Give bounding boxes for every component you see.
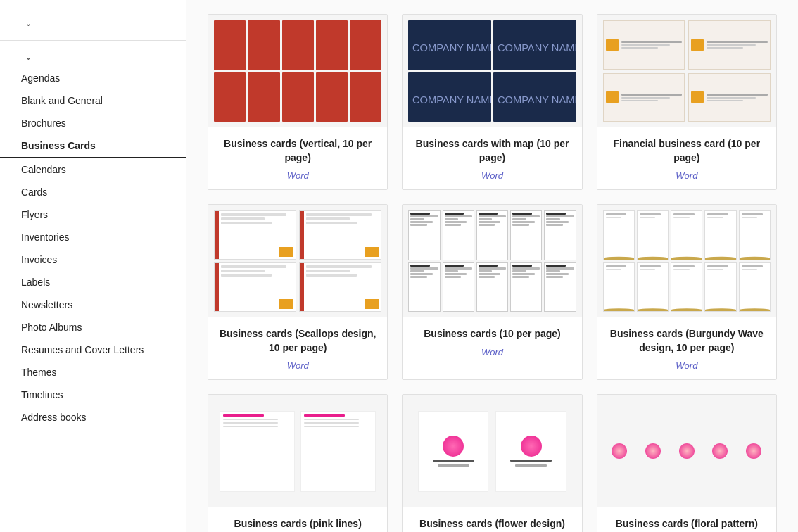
template-info-t6: Business cards (Burgundy Wave design, 10… [597, 317, 776, 379]
template-preview-scallops [208, 205, 387, 317]
template-preview-10page [403, 205, 581, 317]
sidebar-item-timelines[interactable]: Timelines [0, 384, 186, 406]
template-app-t1: Word [215, 170, 380, 181]
template-title-t7: Business cards (pink lines) [215, 517, 380, 531]
sidebar-item-inventories[interactable]: Inventories [0, 226, 186, 248]
sidebar-item-blank-general[interactable]: Blank and General [0, 89, 186, 112]
template-title-t2: Business cards with map (10 per page) [410, 137, 574, 165]
template-card-t1[interactable]: Business cards (vertical, 10 per page)Wo… [208, 14, 388, 190]
template-card-t7[interactable]: Business cards (pink lines)Word [208, 394, 388, 532]
sidebar-item-invoices[interactable]: Invoices [0, 248, 186, 271]
sidebar-item-agendas[interactable]: Agendas [0, 67, 186, 89]
template-preview-burgundy [597, 205, 776, 317]
template-title-t9: Business cards (floral pattern) [604, 517, 769, 531]
sidebar-item-address-books[interactable]: Address books [0, 406, 186, 429]
template-app-t6: Word [604, 360, 769, 371]
template-card-t3[interactable]: Financial business card (10 per page)Wor… [597, 14, 777, 190]
template-card-t5[interactable]: Business cards (10 per page)Word [402, 204, 582, 380]
sidebar-item-photo-albums[interactable]: Photo Albums [0, 316, 186, 338]
template-info-t2: Business cards with map (10 per page)Wor… [403, 127, 581, 189]
template-info-t7: Business cards (pink lines)Word [208, 507, 387, 532]
template-preview-flower [403, 395, 581, 507]
favorites-chevron: ⌄ [25, 20, 32, 27]
template-title-t5: Business cards (10 per page) [410, 327, 574, 341]
template-title-t6: Business cards (Burgundy Wave design, 10… [604, 327, 769, 355]
template-info-t4: Business cards (Scallops design, 10 per … [208, 317, 387, 379]
sidebar-divider-1 [0, 40, 186, 41]
template-preview-dark-blue: COMPANY NAME COMPANY NAME COMPANY NAME C… [403, 15, 581, 127]
template-card-t4[interactable]: Business cards (Scallops design, 10 per … [208, 204, 388, 380]
template-grid: Business cards (vertical, 10 per page)Wo… [208, 14, 777, 532]
template-preview-financial [597, 15, 776, 127]
sidebar: ⌄ ⌄ AgendasBlank and GeneralBrochuresBus… [0, 0, 186, 532]
sidebar-item-flyers[interactable]: Flyers [0, 203, 186, 226]
template-title-t3: Financial business card (10 per page) [604, 137, 769, 165]
template-app-t3: Word [604, 170, 769, 181]
template-app-t5: Word [410, 347, 574, 357]
svg-text:COMPANY NAME: COMPANY NAME [412, 42, 491, 53]
sidebar-item-brochures[interactable]: Brochures [0, 112, 186, 134]
template-card-t2[interactable]: COMPANY NAME COMPANY NAME COMPANY NAME C… [402, 14, 582, 190]
svg-text:COMPANY NAME: COMPANY NAME [498, 42, 576, 53]
sidebar-item-resumes[interactable]: Resumes and Cover Letters [0, 338, 186, 361]
template-info-t3: Financial business card (10 per page)Wor… [597, 127, 776, 189]
template-info-t1: Business cards (vertical, 10 per page)Wo… [208, 127, 387, 189]
template-info-t8: Business cards (flower design)Word [403, 507, 581, 532]
template-app-t4: Word [215, 360, 380, 371]
template-info-t5: Business cards (10 per page)Word [403, 317, 581, 366]
template-card-t8[interactable]: Business cards (flower design)Word [402, 394, 582, 532]
sidebar-item-newsletters[interactable]: Newsletters [0, 293, 186, 316]
sidebar-item-themes[interactable]: Themes [0, 361, 186, 384]
main-content: Business cards (vertical, 10 per page)Wo… [186, 0, 798, 532]
sidebar-item-calendars[interactable]: Calendars [0, 158, 186, 181]
sidebar-item-labels[interactable]: Labels [0, 271, 186, 293]
svg-text:COMPANY NAME: COMPANY NAME [412, 94, 491, 106]
template-preview-flowers-row [597, 395, 776, 507]
template-info-t9: Business cards (floral pattern)Word [597, 507, 776, 532]
sidebar-items: AgendasBlank and GeneralBrochuresBusines… [0, 67, 186, 429]
template-card-t9[interactable]: Business cards (floral pattern)Word [597, 394, 777, 532]
template-title-t8: Business cards (flower design) [410, 517, 574, 531]
template-preview-pink [208, 395, 387, 507]
browse-section[interactable]: ⌄ [0, 48, 186, 67]
template-card-t6[interactable]: Business cards (Burgundy Wave design, 10… [597, 204, 777, 380]
sidebar-item-cards[interactable]: Cards [0, 181, 186, 203]
sidebar-item-business-cards[interactable]: Business Cards [0, 134, 186, 158]
svg-text:COMPANY NAME: COMPANY NAME [498, 94, 576, 106]
template-title-t1: Business cards (vertical, 10 per page) [215, 137, 380, 165]
template-app-t2: Word [410, 170, 574, 181]
template-preview-red-cards [208, 15, 387, 127]
browse-chevron: ⌄ [25, 53, 32, 61]
template-title-t4: Business cards (Scallops design, 10 per … [215, 327, 380, 355]
favorites-section[interactable]: ⌄ [0, 14, 186, 33]
